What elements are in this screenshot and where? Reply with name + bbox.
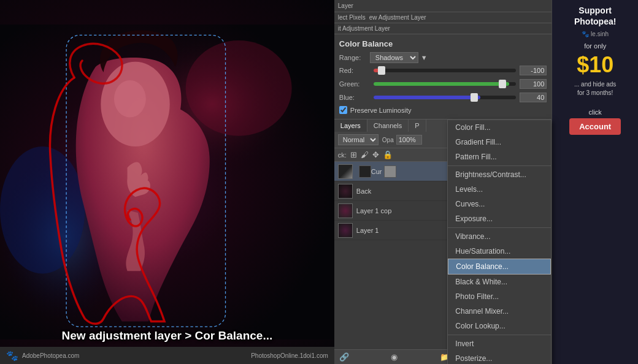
ad-logo-text: le.sinh xyxy=(591,31,609,37)
ad-title: Support Photopea! xyxy=(557,5,633,27)
right-panel: Layer lect Pixels ew Adjustment Layer it… xyxy=(334,0,552,364)
menu-select-pixels[interactable]: lect Pixels xyxy=(338,14,366,21)
layer-name-layer1: Layer 1 xyxy=(356,227,379,234)
green-slider-thumb[interactable] xyxy=(499,80,506,88)
menu-edit-adj[interactable]: it Adjustment Layer xyxy=(338,25,390,32)
red-slider-row: Red: xyxy=(339,66,547,75)
layer-name-copy: Layer 1 cop xyxy=(356,207,391,214)
menu-sep-3 xyxy=(448,335,551,335)
caption-text: New adjustment layer > Cor Balance... xyxy=(0,329,334,343)
lock-icon-move[interactable]: ✥ xyxy=(372,150,379,159)
menu-black-white[interactable]: Black & White... xyxy=(448,275,551,289)
tab-paths[interactable]: P xyxy=(409,119,426,132)
svg-point-3 xyxy=(0,146,85,274)
ad-panel: Support Photopea! 🐾 le.sinh for only $10… xyxy=(552,0,638,364)
preserve-luminosity-row: Preserve Luminosity xyxy=(339,106,547,114)
canvas-artwork xyxy=(0,0,334,364)
site-label-left: AdobePhotopea.com xyxy=(22,352,79,359)
red-value-input[interactable] xyxy=(520,66,547,75)
blue-slider-row: Blue: xyxy=(339,93,547,102)
red-label: Red: xyxy=(339,67,370,74)
menu-hue-saturation[interactable]: Hue/Saturation... xyxy=(448,244,551,259)
layer-thumb-back xyxy=(338,184,353,199)
svg-point-5 xyxy=(186,40,292,136)
menu-channel-mixer[interactable]: Channel Mixer... xyxy=(448,304,551,319)
green-value-input[interactable] xyxy=(520,79,547,89)
layer-visibility-icon[interactable]: ◉ xyxy=(391,352,398,362)
blend-mode-dropdown[interactable]: Normal Multiply Screen xyxy=(338,134,379,145)
color-balance-title: Color Balance xyxy=(339,39,547,48)
layer-name-curves: Cur xyxy=(371,168,382,175)
layer-thumb-curves xyxy=(338,164,353,179)
preserve-luminosity-label: Preserve Luminosity xyxy=(350,107,412,114)
menu-invert[interactable]: Invert xyxy=(448,336,551,351)
layer-mask-curves xyxy=(359,165,371,178)
ad-price: $10 xyxy=(577,52,613,78)
ad-account-button[interactable]: Account xyxy=(569,118,621,135)
layer-thumb2-curves xyxy=(384,165,396,178)
layer-link-icon[interactable]: 🔗 xyxy=(339,352,349,362)
menu-sep-1 xyxy=(448,165,551,166)
canvas-area: New adjustment layer > Cor Balance... 🐾 … xyxy=(0,0,334,364)
tab-channels[interactable]: Channels xyxy=(367,119,409,132)
layer-name-back: Back xyxy=(356,188,371,195)
menu-brightness[interactable]: Brightness/Contrast... xyxy=(448,167,551,182)
range-dropdown[interactable]: Shadows Midtones Highlights xyxy=(370,52,418,63)
menu-color-balance[interactable]: Color Balance... xyxy=(448,259,551,275)
red-slider-track[interactable] xyxy=(374,69,517,72)
dropdown-menu: Color Fill... Gradient Fill... Pattern F… xyxy=(447,119,552,364)
green-slider-row: Green: xyxy=(339,79,547,89)
menu-color-lookup[interactable]: Color Lookup... xyxy=(448,319,551,333)
menu-hue-sat[interactable]: Layer xyxy=(338,2,353,9)
menu-pattern-fill[interactable]: Pattern Fill... xyxy=(448,150,551,164)
layers-panel: Layers Channels P Normal Multiply Screen… xyxy=(334,119,552,364)
green-label: Green: xyxy=(339,80,370,88)
menu-color-fill[interactable]: Color Fill... xyxy=(448,120,551,135)
blue-slider-track[interactable] xyxy=(374,96,517,99)
menu-vibrance[interactable]: Vibrance... xyxy=(448,229,551,244)
tab-layers[interactable]: Layers xyxy=(334,119,367,132)
menu-gradient-fill[interactable]: Gradient Fill... xyxy=(448,135,551,150)
color-balance-panel: Color Balance Range: Shadows Midtones Hi… xyxy=(334,34,552,119)
layer-thumb-copy xyxy=(338,203,353,218)
menu-photo-filter[interactable]: Photo Filter... xyxy=(448,289,551,304)
menu-exposure[interactable]: Exposure... xyxy=(448,211,551,226)
lock-icon-paint[interactable]: 🖌 xyxy=(361,150,369,159)
range-row: Range: Shadows Midtones Highlights ▼ xyxy=(339,52,547,63)
ad-subtext: ... and hide adsfor 3 months! xyxy=(574,80,616,97)
blue-slider-thumb[interactable] xyxy=(471,93,478,102)
preserve-luminosity-checkbox[interactable] xyxy=(339,106,347,114)
logo-icon-left: 🐾 xyxy=(6,350,18,362)
ad-for-only: for only xyxy=(584,42,606,50)
svg-point-7 xyxy=(114,80,146,118)
opacity-input[interactable] xyxy=(396,135,422,145)
opacity-label: Opa xyxy=(382,137,394,143)
blue-value-input[interactable] xyxy=(520,93,547,102)
menu-levels[interactable]: Levels... xyxy=(448,182,551,197)
menu-new-adj[interactable]: ew Adjustment Layer xyxy=(369,14,426,21)
menu-sep-2 xyxy=(448,227,551,228)
menu-curves[interactable]: Curves... xyxy=(448,197,551,211)
range-label: Range: xyxy=(339,54,370,61)
ad-logo: 🐾 le.sinh xyxy=(582,31,609,37)
layer-thumb-layer1 xyxy=(338,223,353,238)
green-slider-track[interactable] xyxy=(374,82,517,86)
lock-label: ck: xyxy=(338,151,347,159)
lock-icon-checkers[interactable]: ⊞ xyxy=(350,150,357,159)
ad-logo-icon: 🐾 xyxy=(582,31,589,37)
red-slider-thumb[interactable] xyxy=(378,66,385,75)
lock-icon-lock[interactable]: 🔒 xyxy=(383,150,393,159)
menu-posterize[interactable]: Posterize... xyxy=(448,351,551,364)
site-label-center: PhotoshopOnline.1doi1.com xyxy=(251,352,328,359)
blue-label: Blue: xyxy=(339,94,370,101)
ad-click-label: click xyxy=(588,108,601,116)
